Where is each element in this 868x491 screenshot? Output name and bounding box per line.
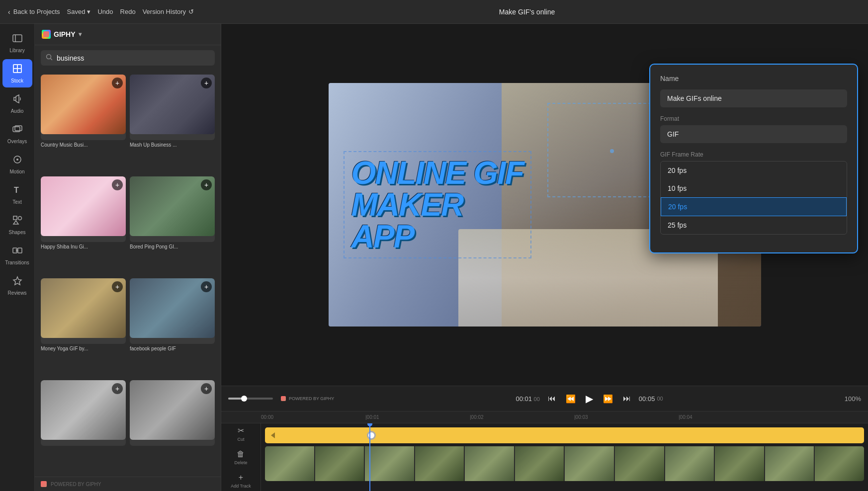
play-pause-button[interactable]: ▶ <box>584 391 595 407</box>
sidebar-item-motion[interactable]: Motion <box>2 150 32 178</box>
gif-item-5[interactable]: + <box>41 278 126 344</box>
timeline-content: ✂ Cut 🗑 Delete + Add Track <box>221 423 868 491</box>
format-value: GIF <box>667 130 679 138</box>
zoom-display: 100% <box>845 395 861 403</box>
reviews-label: Reviews <box>8 290 27 296</box>
gif-add-btn-1[interactable]: + <box>112 78 123 88</box>
gif-item-5-wrapper: + Money Yoga GIF by... <box>41 278 126 376</box>
stock-label: Stock <box>11 78 23 83</box>
delete-button[interactable]: 🗑 Delete <box>231 447 250 468</box>
track-playhead-thumb[interactable] <box>367 431 376 440</box>
top-bar: ‹ Back to Projects Saved ▾ Undo Redo Ver… <box>0 0 868 24</box>
format-field-value[interactable]: GIF <box>660 125 847 143</box>
gif-item-3-wrapper: + Happy Shiba Inu Gi... <box>41 176 126 274</box>
playhead-diamond <box>367 423 372 426</box>
sidebar-item-overlays[interactable]: Overlays <box>2 120 32 148</box>
gif-add-btn-2[interactable]: + <box>201 78 212 88</box>
cut-label: Cut <box>237 437 244 442</box>
sidebar-item-transitions[interactable]: Transitions <box>2 241 32 269</box>
ruler-mark-2: |00:02 <box>470 414 484 420</box>
gif-item-6-wrapper: + facebook people GIF <box>130 278 215 376</box>
rewind-button[interactable]: ⏪ <box>564 392 578 406</box>
format-field-group: Format GIF <box>660 115 847 143</box>
giphy-footer-text: POWERED BY GIPHY <box>51 482 101 487</box>
fps-option-10[interactable]: 10 fps <box>661 179 847 197</box>
preview-line1: ONLINE GIF <box>351 157 523 189</box>
gif-item-6[interactable]: + <box>130 278 215 344</box>
video-preview: ONLINE GIF MAKER APP Name Make GIFs onli… <box>221 24 868 386</box>
ruler-mark-4: |00:04 <box>679 414 693 420</box>
gif-label-8 <box>130 446 215 449</box>
gif-add-btn-6[interactable]: + <box>201 281 212 292</box>
add-track-button[interactable]: + Add Track <box>228 470 254 491</box>
name-value: Make GIFs online <box>667 94 722 102</box>
gif-item-2[interactable]: + <box>130 75 215 140</box>
gif-item-1[interactable]: + <box>41 75 126 140</box>
gif-item-1-wrapper: + Country Music Busi... <box>41 75 126 172</box>
preview-line2: MAKER <box>351 189 523 221</box>
gif-item-3[interactable]: + <box>41 176 126 242</box>
gif-item-7[interactable]: + <box>41 380 126 446</box>
svg-point-9 <box>16 159 18 161</box>
sidebar-item-reviews[interactable]: Reviews <box>2 271 32 300</box>
sidebar: Library Stock Audio Overlays Motion <box>0 24 35 491</box>
redo-button[interactable]: Redo <box>120 8 136 15</box>
giphy-source-selector[interactable]: GIPHY ▾ <box>42 30 82 39</box>
cut-icon: ✂ <box>238 426 244 435</box>
search-input[interactable] <box>57 54 210 62</box>
export-panel: Name Make GIFs online Format GIF GIF Fra… <box>649 64 858 253</box>
skip-end-button[interactable]: ⏭ <box>621 392 633 405</box>
current-time: 00:01 00 <box>516 395 539 403</box>
image-strip-track[interactable] <box>265 446 864 481</box>
time-display: 00:01 00 <box>516 394 539 403</box>
sidebar-item-library[interactable]: Library <box>2 29 32 57</box>
sidebar-item-audio[interactable]: Audio <box>2 89 32 118</box>
version-history-button[interactable]: Version History ↺ <box>143 8 194 15</box>
audio-label: Audio <box>11 108 24 114</box>
fps-dropdown: 20 fps 10 fps 20 fps 25 fps <box>660 161 847 235</box>
strip-frame-11 <box>765 446 815 481</box>
sidebar-item-stock[interactable]: Stock <box>2 59 32 87</box>
strip-frame-10 <box>715 446 765 481</box>
preview-text: ONLINE GIF MAKER APP <box>351 157 523 252</box>
fast-forward-button[interactable]: ⏩ <box>601 392 615 406</box>
back-to-projects-button[interactable]: ‹ Back to Projects <box>8 8 60 16</box>
gif-add-btn-8[interactable]: + <box>201 383 212 394</box>
top-bar-actions: Undo Redo Version History ↺ <box>97 8 194 15</box>
cut-button[interactable]: ✂ Cut <box>234 423 247 445</box>
name-field-group: Make GIFs online <box>660 89 847 107</box>
gif-add-btn-4[interactable]: + <box>201 179 212 190</box>
gif-add-btn-7[interactable]: + <box>112 383 123 394</box>
undo-button[interactable]: Undo <box>97 8 113 15</box>
svg-point-12 <box>18 217 21 220</box>
gif-item-7-wrapper: + <box>41 380 126 473</box>
gif-item-4[interactable]: + <box>130 176 215 242</box>
transitions-label: Transitions <box>5 260 29 265</box>
yellow-track-bar[interactable] <box>265 427 864 443</box>
strip-frame-8 <box>615 446 665 481</box>
gif-label-7 <box>41 446 126 449</box>
saved-button[interactable]: Saved ▾ <box>67 8 91 15</box>
source-name: GIPHY <box>54 30 76 38</box>
fps-option-25[interactable]: 25 fps <box>661 216 847 234</box>
fps-option-20-top[interactable]: 20 fps <box>661 162 847 179</box>
fps-option-20-selected[interactable]: 20 fps <box>661 197 847 216</box>
gif-item-8[interactable]: + <box>130 380 215 446</box>
svg-rect-4 <box>14 69 17 72</box>
sidebar-item-shapes[interactable]: Shapes <box>2 211 32 239</box>
giphy-watermark: POWERED BY GIPHY <box>281 396 334 401</box>
playhead-line <box>369 423 370 491</box>
gif-add-btn-5[interactable]: + <box>112 281 123 292</box>
strip-frame-6 <box>515 446 565 481</box>
name-field-value[interactable]: Make GIFs online <box>660 89 847 107</box>
svg-text:T: T <box>14 186 19 194</box>
center-area: ONLINE GIF MAKER APP Name Make GIFs onli… <box>221 24 868 491</box>
fps-option-25-value: 25 fps <box>668 221 687 229</box>
skip-start-button[interactable]: ⏮ <box>546 392 558 405</box>
sidebar-item-text[interactable]: T Text <box>2 180 32 209</box>
gif-add-btn-3[interactable]: + <box>112 179 123 190</box>
fps-option-10-value: 10 fps <box>668 184 687 192</box>
volume-slider[interactable] <box>228 398 273 400</box>
total-time-display: 00:05 00 <box>639 395 663 403</box>
stock-icon <box>12 63 23 77</box>
